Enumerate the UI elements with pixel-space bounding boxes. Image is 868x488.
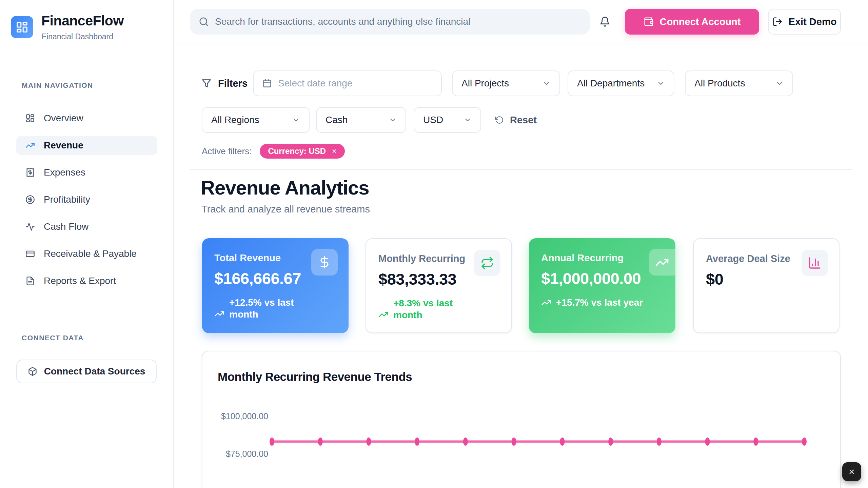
section-divider [190, 169, 852, 170]
stat-label: Annual Recurring [541, 252, 663, 264]
sidebar-item-expenses[interactable]: Expenses [16, 163, 157, 182]
connect-data-sources-button[interactable]: Connect Data Sources [16, 360, 157, 383]
projects-selected-value: All Projects [461, 78, 509, 89]
currency-select[interactable]: USD [414, 107, 481, 133]
filter-funnel-icon [202, 79, 211, 88]
sidebar-item-label: Cash Flow [44, 221, 88, 232]
regions-selected-value: All Regions [211, 115, 259, 125]
products-select[interactable]: All Products [685, 70, 793, 96]
reset-filters-button[interactable]: Reset [495, 107, 537, 133]
rotate-ccw-icon [495, 116, 504, 124]
reset-label: Reset [510, 115, 537, 126]
exit-demo-button[interactable]: Exit Demo [768, 9, 841, 35]
stat-card-average-deal-size: Average Deal Size $0 [693, 238, 840, 333]
top-bar: Connect Account Exit Demo [174, 0, 868, 43]
main-navigation: Overview Revenue Expenses Profitability [16, 109, 157, 299]
layout-dashboard-icon [25, 114, 35, 123]
sidebar-item-label: Receivable & Payable [44, 248, 137, 259]
global-search[interactable] [190, 9, 590, 35]
products-selected-value: All Products [694, 78, 745, 89]
connect-account-button[interactable]: Connect Account [625, 9, 759, 35]
sidebar-item-label: Reports & Export [44, 276, 116, 286]
sidebar-item-label: Revenue [44, 140, 83, 151]
active-filters-label: Active filters: [202, 146, 252, 157]
trending-up-icon [541, 298, 551, 308]
trending-up-icon [214, 309, 224, 319]
repeat-icon [474, 250, 500, 276]
trending-up-icon [649, 249, 675, 276]
file-text-icon [25, 276, 35, 286]
chevron-down-icon [292, 116, 300, 124]
sidebar-item-label: Overview [44, 113, 83, 124]
accounting-basis-selected-value: Cash [326, 115, 348, 125]
activity-icon [25, 222, 35, 231]
sidebar-item-cash-flow[interactable]: Cash Flow [16, 217, 157, 236]
dollar-icon [311, 249, 338, 276]
app-logo-icon [11, 16, 33, 38]
chevron-down-icon [389, 116, 397, 124]
mrr-trends-chart-card: Monthly Recurring Revenue Trends $100,00… [202, 351, 841, 488]
trending-up-icon [25, 141, 35, 150]
currency-selected-value: USD [423, 115, 443, 125]
departments-selected-value: All Departments [577, 78, 645, 89]
chip-text: Currency: USD [268, 146, 326, 156]
stat-card-total-revenue: Total Revenue $166,666.67 +12.5% vs last… [202, 238, 349, 333]
projects-select[interactable]: All Projects [452, 70, 560, 96]
stat-value: $1,000,000.00 [541, 269, 663, 288]
chevron-down-icon [775, 79, 784, 87]
search-icon [199, 17, 209, 27]
chevron-down-icon [657, 79, 665, 87]
filters-text: Filters [218, 78, 248, 89]
connect-data-sources-label: Connect Data Sources [44, 366, 145, 377]
sidebar: FinanceFlow Financial Dashboard MAIN NAV… [0, 0, 174, 488]
package-icon [28, 367, 37, 376]
log-out-icon [772, 17, 783, 27]
date-range-field[interactable] [278, 78, 432, 89]
departments-select[interactable]: All Departments [568, 70, 674, 96]
connect-section-label: CONNECT DATA [22, 334, 84, 342]
filters-label: Filters [202, 70, 248, 96]
sidebar-item-reports-export[interactable]: Reports & Export [16, 271, 157, 290]
stat-change: +12.5% vs last month [214, 297, 336, 320]
credit-card-icon [25, 249, 35, 259]
regions-select[interactable]: All Regions [202, 107, 310, 133]
chevron-down-icon [542, 79, 551, 87]
stat-card-monthly-recurring: Monthly Recurring $83,333.33 +8.3% vs la… [366, 238, 512, 333]
calendar-icon [262, 79, 272, 88]
bar-chart-icon [802, 250, 828, 276]
search-input[interactable] [215, 16, 581, 27]
stat-change: +15.7% vs last year [541, 297, 663, 308]
wallet-icon [644, 17, 654, 27]
notifications-bell-icon[interactable] [596, 13, 614, 30]
sidebar-item-revenue[interactable]: Revenue [16, 136, 157, 155]
exit-demo-label: Exit Demo [789, 16, 837, 27]
app-subtitle: Financial Dashboard [42, 32, 113, 41]
stat-change: +8.3% vs last month [378, 297, 499, 321]
sidebar-item-label: Expenses [44, 167, 85, 178]
trending-up-icon [378, 309, 389, 320]
stat-card-annual-recurring: Annual Recurring $1,000,000.00 +15.7% vs… [529, 238, 675, 333]
mrr-line-chart [202, 351, 842, 488]
remove-filter-icon[interactable]: × [332, 147, 337, 155]
page-title: Revenue Analytics [201, 176, 369, 199]
page-subtitle: Track and analyze all revenue streams [201, 204, 370, 215]
sidebar-item-label: Profitability [44, 194, 90, 205]
close-overlay-button[interactable]: × [842, 462, 861, 481]
sidebar-item-overview[interactable]: Overview [16, 109, 157, 128]
nav-section-label: MAIN NAVIGATION [22, 81, 93, 89]
circle-dollar-icon [25, 195, 35, 204]
brand: FinanceFlow Financial Dashboard [0, 0, 173, 55]
receipt-icon [25, 168, 35, 177]
sidebar-item-profitability[interactable]: Profitability [16, 190, 157, 209]
app-title: FinanceFlow [41, 13, 124, 29]
date-range-input[interactable] [253, 70, 442, 96]
main-content: Filters All Projects All Departments All… [174, 44, 868, 488]
active-filters-row: Active filters: Currency: USD × [202, 144, 345, 159]
active-filter-chip-currency[interactable]: Currency: USD × [260, 144, 345, 159]
sidebar-item-receivable-payable[interactable]: Receivable & Payable [16, 244, 157, 263]
chevron-down-icon [463, 116, 472, 124]
connect-account-label: Connect Account [660, 16, 741, 27]
accounting-basis-select[interactable]: Cash [316, 107, 406, 133]
